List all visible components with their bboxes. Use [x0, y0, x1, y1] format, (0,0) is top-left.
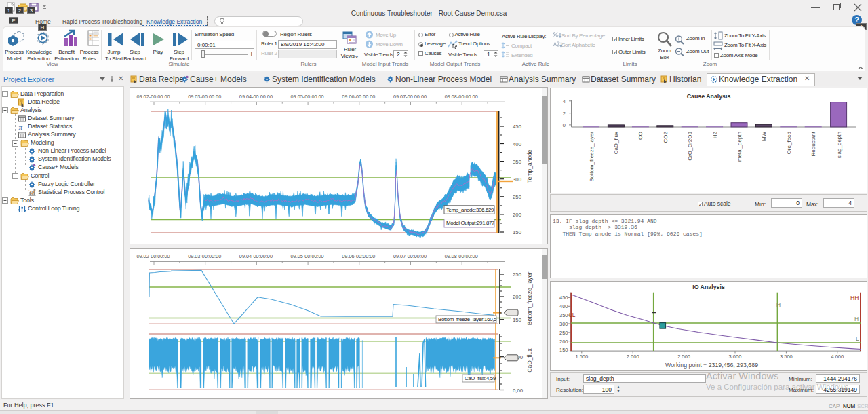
svg-text:2.000: 2.000 — [627, 354, 639, 360]
svg-text:4: 4 — [563, 98, 566, 105]
svg-text:1.500: 1.500 — [575, 354, 588, 360]
svg-text:09.07-00:00:00: 09.07-00:00:00 — [393, 94, 427, 100]
svg-text:09.06-00:00:00: 09.06-00:00:00 — [342, 253, 375, 259]
svg-text:CO2: CO2 — [663, 131, 669, 143]
svg-text:Reductant: Reductant — [810, 131, 816, 156]
svg-text:09.03-00:00:00: 09.03-00:00:00 — [188, 253, 221, 259]
svg-text:09.05-00:00:00: 09.05-00:00:00 — [291, 94, 324, 100]
svg-text:3.000: 3.000 — [729, 354, 742, 360]
svg-text:L: L — [856, 335, 859, 342]
svg-text:2.500: 2.500 — [677, 354, 690, 360]
svg-text:09.08-00:00:00: 09.08-00:00:00 — [445, 94, 478, 100]
svg-text:Bottom_freeze_layer: Bottom_freeze_layer — [589, 132, 595, 182]
svg-text:Temp_anode: Temp_anode — [526, 149, 533, 183]
svg-text:2: 2 — [563, 111, 566, 117]
svg-text:H: H — [776, 301, 781, 308]
svg-text:200: 200 — [559, 339, 568, 345]
svg-text:200: 200 — [513, 212, 522, 218]
svg-text:0,00: 0,00 — [513, 388, 524, 394]
svg-text:09.03-00:00:00: 09.03-00:00:00 — [188, 94, 221, 100]
svg-text:LL: LL — [569, 312, 576, 318]
svg-text:350: 350 — [513, 159, 522, 165]
svg-text:250: 250 — [559, 330, 568, 336]
svg-text:450: 450 — [559, 295, 568, 301]
svg-text:09.08-00:00:00: 09.08-00:00:00 — [445, 253, 478, 259]
svg-text:MW: MW — [761, 132, 767, 142]
svg-text:150: 150 — [513, 317, 522, 323]
svg-text:200: 200 — [513, 294, 522, 300]
svg-text:slag_depth: slag_depth — [836, 132, 842, 158]
svg-text:Working point = 2319,456, 293,: Working point = 2319,456, 293,689 — [665, 362, 758, 369]
svg-text:Temp_anode:306.629: Temp_anode:306.629 — [446, 207, 494, 213]
svg-text:Ore_feed: Ore_feed — [786, 132, 792, 154]
svg-text:3.500: 3.500 — [780, 354, 793, 360]
svg-text:400: 400 — [513, 141, 522, 147]
svg-text:250: 250 — [513, 194, 522, 200]
svg-text:HH: HH — [850, 295, 859, 301]
svg-text:09.04-00:00:00: 09.04-00:00:00 — [239, 253, 273, 259]
svg-text:350: 350 — [559, 312, 568, 318]
svg-text:09.06-00:00:00: 09.06-00:00:00 — [342, 94, 375, 100]
svg-text:CO: CO — [637, 132, 644, 140]
svg-text:300: 300 — [513, 176, 522, 183]
svg-text:0: 0 — [563, 122, 566, 128]
svg-text:09.02-00:00:00: 09.02-00:00:00 — [136, 94, 170, 100]
svg-text:250: 250 — [513, 271, 522, 278]
svg-text:4.000: 4.000 — [831, 354, 844, 360]
svg-text:09.04-00:00:00: 09.04-00:00:00 — [239, 94, 273, 100]
svg-text:CrO_Cr2O3: CrO_Cr2O3 — [687, 131, 693, 160]
svg-text:Model Output:291.877: Model Output:291.877 — [446, 220, 494, 226]
svg-text:400: 400 — [559, 303, 568, 309]
svg-text:metal_depth: metal_depth — [736, 132, 743, 162]
svg-text:CaO_flux: CaO_flux — [526, 348, 533, 373]
svg-text:150: 150 — [559, 347, 568, 353]
svg-text:CaO_flux: CaO_flux — [613, 132, 619, 154]
svg-text:09.02-00:00:00: 09.02-00:00:00 — [136, 253, 170, 259]
svg-text:H2: H2 — [712, 131, 718, 138]
svg-text:IO Analysis: IO Analysis — [692, 284, 725, 290]
svg-text:Cause Analysis: Cause Analysis — [687, 93, 731, 100]
svg-text:CaO_flux:4,59: CaO_flux:4,59 — [465, 375, 496, 381]
svg-text:09.05-00:00:00: 09.05-00:00:00 — [291, 253, 324, 259]
svg-text:150: 150 — [513, 229, 522, 236]
svg-text:Bottom_freeze_layer:160,5: Bottom_freeze_layer:160,5 — [438, 316, 497, 322]
svg-text:π: π — [19, 123, 23, 131]
svg-text:Bottom_freeze_layer: Bottom_freeze_layer — [526, 272, 533, 326]
svg-text:09.07-00:00:00: 09.07-00:00:00 — [393, 253, 427, 259]
svg-text:H: H — [854, 316, 859, 322]
svg-text:300: 300 — [559, 321, 568, 327]
svg-text:450: 450 — [513, 124, 522, 130]
